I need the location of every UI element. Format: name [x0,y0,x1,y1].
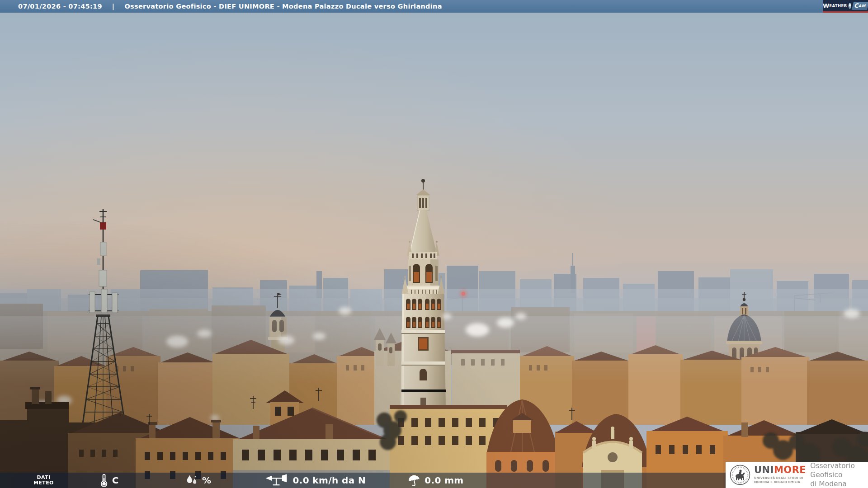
webcam-photo [0,0,868,488]
thermometer-icon [100,474,108,487]
unimore-wordmark: UNIMORE UNIVERSITÀ DEGLI STUDI DI MODENA… [754,465,806,484]
rain-umbrella-icon [407,474,421,487]
svg-text:1175: 1175 [738,482,742,484]
humidity-value: % [202,475,211,486]
webcam-title: Osservatorio Geofisico - DIEF UNIMORE - … [124,3,442,10]
unimore-seal-icon: 1175 [730,465,750,485]
humidity-icon [185,474,198,486]
university-subtitle: UNIVERSITÀ DEGLI STUDI DI MODENA E REGGI… [754,476,806,484]
wind-value: 0.0 km/h da N [292,475,366,486]
weathercam-cam-panel: CAM [851,2,868,10]
dati-meteo-label: DATI METEO [33,475,54,486]
separator: | [112,3,115,10]
weathercam-word2-rest: AM [858,3,866,8]
rain-value: 0.0 mm [425,475,463,486]
top-info-bar: 07/01/2026 - 07:45:19 | Osservatorio Geo… [0,0,868,13]
weathercam-word1-rest: EATHER [829,4,847,8]
unimore-footer-logo[interactable]: 1175 UNIMORE UNIVERSITÀ DEGLI STUDI DI M… [726,462,868,488]
observatory-name: Osservatorio Geofisico di Modena [810,461,868,488]
wind-vane-icon [264,474,288,487]
brand-uni: UNI [754,465,774,475]
weathercam-word1-initial: W [823,2,829,9]
weathercam-orb-icon [849,3,851,9]
temperature-value: C [112,475,119,486]
weathercam-logo[interactable]: WEATHER CAM [823,0,868,13]
brand-more: MORE [774,465,806,475]
modena-cityscape [0,0,868,488]
vignette [0,0,868,488]
webcam-page: 07/01/2026 - 07:45:19 | Osservatorio Geo… [0,0,868,488]
timestamp: 07/01/2026 - 07:45:19 [18,3,102,10]
